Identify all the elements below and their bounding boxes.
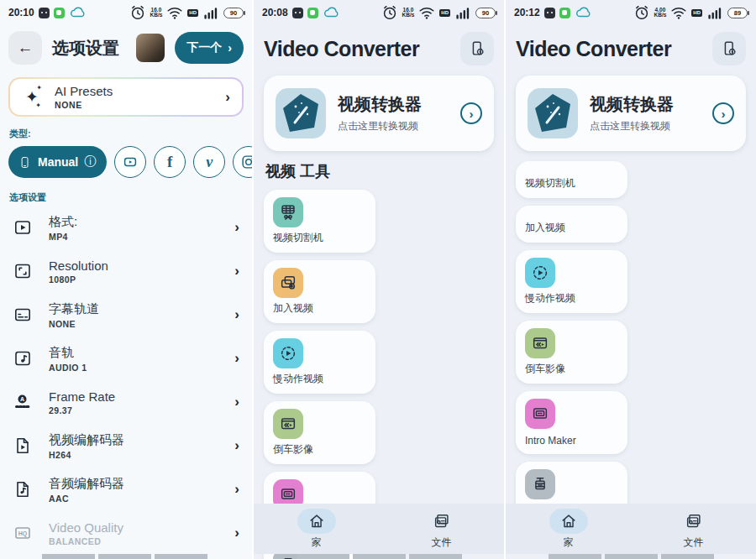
chevron-circle-icon: › — [460, 102, 482, 124]
setting-row-resolution[interactable]: Resolution1080P › — [0, 249, 252, 293]
options-settings-screen: 20:10 16.0KB/s HD 90 ← 选项设置 下一个› ✦✦✦ AI … — [0, 0, 252, 559]
network-speed: 16.0KB/s — [402, 8, 415, 18]
status-time: 20:08 — [262, 7, 288, 18]
signal-icon — [454, 3, 472, 22]
home-icon — [307, 512, 326, 530]
chevron-right-icon: › — [234, 350, 239, 367]
network-speed: 16.0KB/s — [150, 8, 163, 18]
chevron-right-icon: › — [234, 481, 239, 498]
setting-row-audio-codec[interactable]: 音频编解码器AAC › — [0, 468, 252, 511]
nav-item-files[interactable]: 文件 — [379, 509, 504, 550]
youtube-preset-button[interactable] — [114, 146, 146, 178]
ai-presets-title: AI Presets — [55, 84, 113, 98]
cloud-icon — [69, 3, 87, 22]
wifi-icon — [669, 3, 688, 22]
setting-row-video-quality[interactable]: Video QualityBALANCED › — [0, 511, 252, 555]
message-notification-icon — [307, 8, 318, 18]
device-settings-button[interactable] — [712, 32, 746, 65]
tool-tile-video-cutter[interactable]: 视频切割机 — [516, 161, 627, 198]
hd-badge: HD — [187, 9, 198, 17]
tool-tile-intro-maker[interactable]: Intro Maker — [516, 391, 627, 454]
reverse-video-icon — [273, 409, 303, 439]
type-label: 类型: — [9, 128, 243, 140]
alarm-icon — [633, 3, 651, 22]
chevron-right-icon: › — [234, 263, 239, 280]
video-codec-icon — [12, 436, 34, 456]
gesture-bar[interactable] — [506, 554, 756, 559]
tool-tile-slow-motion[interactable]: 慢动作视频 — [264, 331, 375, 394]
nav-item-home[interactable]: 家 — [506, 509, 631, 550]
nav-item-files[interactable]: 文件 — [631, 509, 756, 550]
options-header: ← 选项设置 下一个› — [0, 25, 252, 70]
alarm-icon — [129, 3, 147, 22]
nav-item-home[interactable]: 家 — [254, 509, 379, 550]
active-nav-highlight — [297, 509, 336, 534]
setting-row-video-codec[interactable]: 视频编解码器H264 › — [0, 424, 252, 468]
film-cutter-icon — [273, 197, 303, 227]
gesture-bar[interactable] — [0, 554, 252, 559]
instagram-icon — [239, 153, 252, 171]
ai-presets-value: NONE — [55, 100, 113, 110]
battery-indicator: 90 — [475, 8, 496, 18]
tool-tile-slow-motion[interactable]: 慢动作视频 — [516, 250, 627, 313]
chevron-right-icon: › — [234, 437, 239, 454]
tool-tile-reverse-video[interactable]: 倒车影像 — [516, 321, 627, 384]
join-video-icon — [273, 268, 303, 298]
status-bar: 20:08 16.0KB/s HD 90 — [254, 0, 504, 25]
setting-row-frame-rate[interactable]: Frame Rate29.37 › — [0, 380, 252, 424]
wifi-icon — [165, 3, 184, 22]
app-title: Video Converter — [264, 37, 419, 61]
audio-codec-icon — [12, 479, 34, 499]
message-notification-icon — [559, 8, 570, 18]
home-header: Video Converter — [254, 25, 504, 69]
facebook-preset-button[interactable]: f — [154, 146, 186, 178]
manual-type-button[interactable]: Manual ⓘ — [8, 146, 107, 178]
status-bar: 20:10 16.0KB/s HD 90 — [0, 0, 252, 25]
video-converter-card[interactable]: 视频转换器 点击这里转换视频 › — [264, 76, 494, 151]
chevron-right-icon: › — [234, 525, 239, 541]
app-notification-icon — [292, 8, 303, 18]
files-icon — [433, 512, 451, 530]
device-settings-button[interactable] — [460, 32, 494, 65]
ai-presets-card[interactable]: ✦✦✦ AI Presets NONE › — [8, 77, 244, 117]
hero-title: 视频转换器 — [338, 93, 422, 116]
hero-subtitle: 点击这里转换视频 — [590, 119, 674, 133]
setting-row-audio-track[interactable]: 音轨AUDIO 1 › — [0, 337, 252, 380]
facebook-icon: f — [167, 153, 172, 171]
slow-motion-icon — [273, 338, 303, 368]
video-converter-card[interactable]: 视频转换器 点击这里转换视频 › — [516, 76, 746, 151]
alarm-icon — [381, 3, 399, 22]
app-title: Video Converter — [516, 37, 671, 61]
options-section-label: 选项设置 — [9, 191, 243, 204]
tool-tile-reverse-video[interactable]: 倒车影像 — [264, 401, 375, 464]
subtitle-icon — [12, 305, 34, 325]
audio-track-icon — [12, 348, 34, 368]
back-button[interactable]: ← — [8, 31, 42, 65]
battery-indicator: 90 — [223, 8, 244, 18]
info-icon[interactable]: ⓘ — [84, 154, 96, 170]
vimeo-preset-button[interactable]: v — [193, 146, 225, 178]
instagram-preset-button[interactable] — [233, 146, 252, 178]
phone-icon — [19, 156, 32, 169]
cloud-icon — [575, 3, 593, 22]
vimeo-icon: v — [206, 154, 213, 171]
gesture-bar[interactable] — [254, 554, 504, 559]
video-format-icon — [12, 217, 34, 238]
tool-tile-video-cutter[interactable]: 视频切割机 — [264, 190, 375, 253]
tool-tile-join-video[interactable]: 加入视频 — [516, 206, 627, 243]
sparkle-icon: ✦✦✦ — [22, 87, 42, 107]
setting-row-subtitle-track[interactable]: 字幕轨道NONE › — [0, 293, 252, 337]
message-notification-icon — [54, 8, 65, 18]
setting-row-format[interactable]: 格式:MP4 › — [0, 206, 252, 249]
video-tools-section-title: 视频 工具 — [265, 161, 492, 181]
tool-tile-join-video[interactable]: 加入视频 — [264, 260, 375, 323]
app-logo-icon — [528, 88, 578, 138]
home-screen: 20:08 16.0KB/s HD 90 Video Converter 视频转… — [252, 0, 504, 559]
hero-title: 视频转换器 — [590, 93, 674, 116]
chevron-right-icon: › — [228, 41, 232, 55]
next-button[interactable]: 下一个› — [175, 32, 244, 64]
home-header: Video Converter — [506, 25, 756, 69]
bottom-navigation: 家 文件 — [506, 504, 756, 554]
battery-indicator: 89 — [727, 8, 748, 18]
wifi-icon — [417, 3, 436, 22]
